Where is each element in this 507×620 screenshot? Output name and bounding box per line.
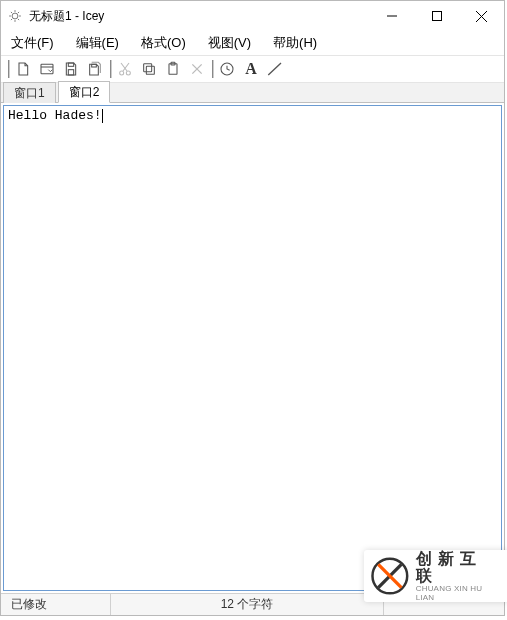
svg-rect-10 bbox=[432, 12, 441, 21]
watermark-logo-icon bbox=[370, 556, 410, 596]
close-button[interactable] bbox=[459, 1, 504, 31]
minimize-button[interactable] bbox=[369, 1, 414, 31]
menubar: 文件(F) 编辑(E) 格式(O) 视图(V) 帮助(H) bbox=[1, 31, 504, 55]
history-button[interactable] bbox=[215, 57, 239, 81]
watermark-en: CHUANG XIN HU LIAN bbox=[416, 585, 503, 603]
editor-content: Hello Hades! bbox=[8, 108, 102, 123]
toolbar: A bbox=[1, 55, 504, 83]
svg-rect-23 bbox=[144, 64, 152, 72]
svg-point-19 bbox=[126, 71, 130, 75]
svg-line-5 bbox=[11, 12, 12, 13]
svg-line-29 bbox=[268, 63, 281, 75]
paste-button[interactable] bbox=[161, 57, 185, 81]
save-button[interactable] bbox=[59, 57, 83, 81]
watermark-cn: 创新互联 bbox=[416, 550, 503, 585]
menu-view[interactable]: 视图(V) bbox=[204, 32, 255, 54]
font-button[interactable]: A bbox=[239, 57, 263, 81]
window-controls bbox=[369, 1, 504, 31]
tab-window2[interactable]: 窗口2 bbox=[58, 81, 111, 103]
svg-rect-16 bbox=[68, 70, 73, 75]
menu-format[interactable]: 格式(O) bbox=[137, 32, 190, 54]
titlebar: 无标题1 - Icey bbox=[1, 1, 504, 31]
menu-file[interactable]: 文件(F) bbox=[7, 32, 58, 54]
editor-area: Hello Hades! bbox=[1, 103, 504, 593]
cut-button[interactable] bbox=[113, 57, 137, 81]
svg-rect-17 bbox=[92, 64, 97, 67]
svg-line-8 bbox=[18, 12, 19, 13]
menu-help[interactable]: 帮助(H) bbox=[269, 32, 321, 54]
app-window: 无标题1 - Icey 文件(F) 编辑(E) 格式(O) 视图(V) 帮助(H… bbox=[0, 0, 505, 616]
new-file-button[interactable] bbox=[11, 57, 35, 81]
delete-button[interactable] bbox=[185, 57, 209, 81]
status-char-count: 12 个字符 bbox=[111, 594, 384, 615]
tabbar: 窗口1 窗口2 bbox=[1, 83, 504, 103]
svg-line-6 bbox=[18, 19, 19, 20]
new-window-button[interactable] bbox=[35, 57, 59, 81]
svg-rect-13 bbox=[41, 64, 53, 73]
app-icon bbox=[7, 8, 23, 24]
text-caret bbox=[102, 109, 103, 123]
tab-window1[interactable]: 窗口1 bbox=[3, 82, 56, 103]
svg-point-18 bbox=[120, 71, 124, 75]
line-tool-button[interactable] bbox=[263, 57, 287, 81]
svg-line-7 bbox=[11, 19, 12, 20]
watermark-badge: 创新互联 CHUANG XIN HU LIAN bbox=[364, 550, 507, 602]
copy-button[interactable] bbox=[137, 57, 161, 81]
font-icon: A bbox=[245, 60, 257, 78]
status-modified: 已修改 bbox=[1, 594, 111, 615]
save-all-button[interactable] bbox=[83, 57, 107, 81]
menu-edit[interactable]: 编辑(E) bbox=[72, 32, 123, 54]
text-editor[interactable]: Hello Hades! bbox=[3, 105, 502, 591]
svg-point-0 bbox=[12, 13, 18, 19]
svg-rect-15 bbox=[68, 63, 73, 66]
maximize-button[interactable] bbox=[414, 1, 459, 31]
window-title: 无标题1 - Icey bbox=[29, 8, 369, 25]
svg-rect-22 bbox=[146, 66, 154, 74]
